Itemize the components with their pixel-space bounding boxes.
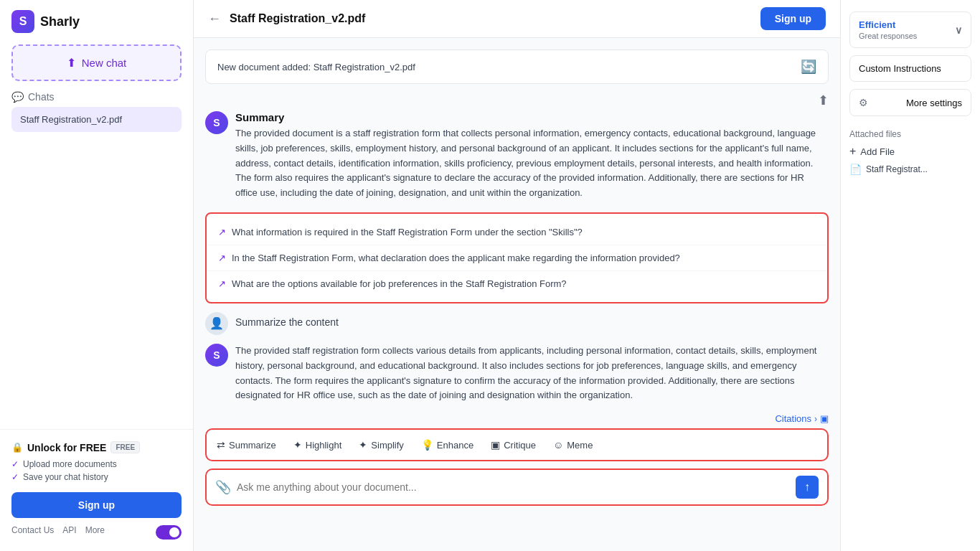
- chat-input[interactable]: [237, 481, 790, 493]
- more-settings-option[interactable]: ⚙ More settings: [849, 89, 971, 116]
- ai-response-text: The provided staff registration form col…: [235, 344, 829, 403]
- share-button[interactable]: ⬆: [818, 93, 829, 108]
- app-logo-letter: S: [19, 15, 27, 28]
- ai-avatar-2: S: [205, 344, 228, 367]
- custom-instructions-option[interactable]: Custom Instructions: [849, 55, 971, 82]
- lock-icon: 🔒: [11, 442, 23, 453]
- sidebar: S Sharly ⬆ New chat 💬 Chats Staff Regist…: [0, 0, 194, 551]
- question-arrow-3: ↗: [218, 278, 226, 289]
- attached-file-item[interactable]: 📄 Staff Registrat...: [849, 164, 971, 175]
- meme-icon: ☺: [553, 439, 563, 451]
- main-content: ← Staff Registration_v2.pdf Sign up New …: [194, 0, 840, 551]
- chat-icon: 💬: [11, 91, 24, 103]
- summary-title: Summary: [235, 111, 829, 123]
- share-row: ⬆: [194, 93, 840, 111]
- app-name: Sharly: [40, 14, 80, 29]
- sign-up-header-button[interactable]: Sign up: [760, 7, 826, 30]
- question-arrow-1: ↗: [218, 227, 226, 237]
- more-link[interactable]: More: [85, 525, 105, 540]
- more-settings-label: More settings: [906, 98, 962, 108]
- new-chat-label: New chat: [82, 57, 127, 69]
- sign-up-sidebar-button[interactable]: Sign up: [11, 492, 182, 518]
- question-arrow-2: ↗: [218, 253, 226, 263]
- add-file-label: Add File: [860, 146, 895, 157]
- chat-area: New document added: Staff Registration_v…: [194, 38, 840, 551]
- user-message-1: 👤 Summarize the content: [194, 312, 840, 344]
- chat-list-item[interactable]: Staff Registration_v2.pdf: [11, 107, 182, 132]
- add-file-button[interactable]: + Add File: [849, 145, 895, 158]
- summarize-icon: ⇄: [217, 439, 225, 451]
- theme-toggle[interactable]: [156, 525, 182, 540]
- citations-page-icon: ▣: [820, 413, 829, 424]
- check-icon-2: ✓: [11, 472, 19, 482]
- simplify-button[interactable]: ✦ Simplify: [352, 435, 411, 454]
- question-item-1[interactable]: ↗ What information is required in the St…: [207, 220, 827, 245]
- refresh-button[interactable]: 🔄: [801, 59, 816, 75]
- citations-row[interactable]: Citations › ▣: [194, 412, 840, 428]
- send-button[interactable]: ↑: [796, 476, 819, 499]
- efficient-sub: Great responses: [859, 32, 917, 40]
- meme-button[interactable]: ☺ Meme: [546, 435, 600, 454]
- summary-text: The provided document is a staff registr…: [235, 126, 829, 201]
- unlock-section: 🔒 Unlock for FREE FREE ✓ Upload more doc…: [11, 441, 182, 482]
- suggested-questions-box: ↗ What information is required in the St…: [205, 212, 829, 303]
- highlight-icon: ✦: [293, 439, 302, 451]
- attached-files-label: Attached files: [849, 129, 971, 139]
- efficient-label: Efficient: [859, 19, 917, 30]
- user-avatar: 👤: [205, 312, 228, 335]
- citations-arrow: ›: [814, 414, 817, 424]
- custom-instructions-label: Custom Instructions: [859, 63, 941, 74]
- ai-response-content: The provided staff registration form col…: [235, 344, 829, 403]
- efficient-option[interactable]: Efficient Great responses ∨: [849, 11, 971, 48]
- document-banner-text: New document added: Staff Registration_v…: [217, 62, 415, 72]
- chats-section: 💬 Chats Staff Registration_v2.pdf: [0, 91, 193, 132]
- attached-files-section: Attached files + Add File 📄 Staff Regist…: [849, 129, 971, 175]
- critique-icon: ▣: [491, 439, 500, 451]
- enhance-button[interactable]: 💡 Enhance: [414, 435, 481, 454]
- sidebar-footer: Contact Us API More: [11, 525, 182, 540]
- sidebar-header: S Sharly: [0, 0, 193, 39]
- free-badge: FREE: [110, 441, 140, 453]
- upload-icon: ⬆: [67, 56, 76, 70]
- chat-input-area: 📎 ↑: [205, 468, 829, 506]
- contact-us-link[interactable]: Contact Us: [11, 525, 54, 540]
- critique-button[interactable]: ▣ Critique: [484, 435, 543, 454]
- unlock-item-2: ✓ Save your chat history: [11, 472, 182, 482]
- unlock-item-1: ✓ Upload more documents: [11, 459, 182, 469]
- sidebar-bottom: 🔒 Unlock for FREE FREE ✓ Upload more doc…: [0, 429, 193, 551]
- summary-message: S Summary The provided document is a sta…: [194, 111, 840, 209]
- ai-avatar-1: S: [205, 111, 228, 134]
- highlight-button[interactable]: ✦ Highlight: [286, 435, 349, 454]
- simplify-icon: ✦: [359, 439, 367, 451]
- new-chat-button[interactable]: ⬆ New chat: [11, 44, 182, 81]
- right-panel: Efficient Great responses ∨ Custom Instr…: [840, 0, 980, 551]
- ai-response-message: S The provided staff registration form c…: [194, 344, 840, 412]
- question-item-2[interactable]: ↗ In the Staff Registration Form, what d…: [207, 245, 827, 271]
- plus-icon: +: [849, 145, 856, 158]
- pdf-icon: 📄: [849, 164, 862, 175]
- topbar: ← Staff Registration_v2.pdf Sign up: [194, 0, 840, 38]
- chats-label: 💬 Chats: [11, 91, 182, 103]
- chevron-down-icon: ∨: [955, 24, 962, 36]
- api-link[interactable]: API: [62, 525, 76, 540]
- user-message-text: Summarize the content: [235, 312, 339, 328]
- enhance-icon: 💡: [421, 439, 433, 451]
- efficient-inner: Efficient Great responses: [859, 19, 917, 40]
- citations-label: Citations: [775, 413, 811, 424]
- unlock-title: Unlock for FREE: [27, 442, 106, 453]
- check-icon-1: ✓: [11, 459, 19, 469]
- document-title: Staff Registration_v2.pdf: [230, 12, 752, 25]
- app-logo: S: [11, 10, 34, 33]
- gear-icon: ⚙: [859, 97, 868, 108]
- file-name: Staff Registrat...: [866, 164, 928, 174]
- chat-toolbar: ⇄ Summarize ✦ Highlight ✦ Simplify 💡 Enh…: [205, 428, 829, 461]
- question-item-3[interactable]: ↗ What are the options available for job…: [207, 271, 827, 296]
- summarize-button[interactable]: ⇄ Summarize: [209, 435, 283, 454]
- attach-button[interactable]: 📎: [215, 479, 231, 495]
- document-banner: New document added: Staff Registration_v…: [205, 50, 829, 84]
- back-button[interactable]: ←: [208, 11, 221, 27]
- unlock-header: 🔒 Unlock for FREE FREE: [11, 441, 182, 453]
- summary-content: Summary The provided document is a staff…: [235, 111, 829, 201]
